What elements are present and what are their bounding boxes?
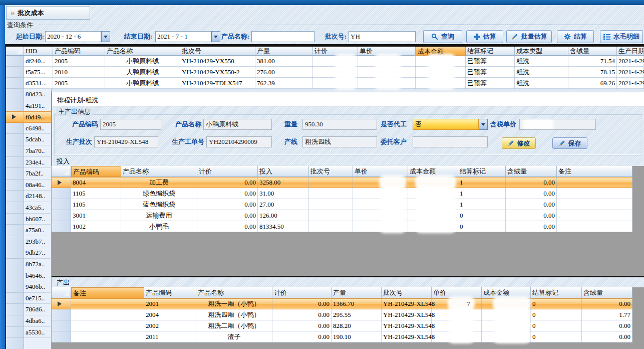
left-hid-row[interactable]: b4646.. [24,270,52,282]
column-header[interactable]: 批次号 [180,47,255,56]
prod-line-field[interactable]: 粗洗四线 [302,136,377,147]
column-header[interactable]: 含绒量 [568,47,617,56]
start-date-input[interactable] [45,31,101,42]
row-marker-cell[interactable] [6,236,24,248]
product-name-field[interactable]: 小鸭原料绒 [203,119,272,130]
left-hid-row[interactable]: 0e715.. [24,293,52,304]
column-header[interactable]: 计价 [272,287,332,298]
product-code-field[interactable]: 2005 [100,119,161,130]
row-marker-cell[interactable] [6,327,24,338]
row-marker-cell[interactable] [6,134,24,145]
left-hid-row[interactable]: 80d23.. [24,89,52,100]
row-marker-cell[interactable] [6,191,24,202]
work-order-field[interactable]: YH202104290009 [206,136,272,147]
client-field[interactable] [413,136,488,147]
select-all-header[interactable] [6,47,24,56]
column-header[interactable]: 产品编码 [144,287,196,298]
column-header[interactable]: 备注 [557,166,632,177]
batch-no-input[interactable] [349,31,416,42]
left-hid-row[interactable]: 7ba2f.. [24,168,52,180]
row-marker-cell[interactable] [6,56,24,67]
row-marker-cell[interactable] [6,111,24,123]
left-hid-row[interactable]: 4dba6.. [24,315,52,327]
row-marker-cell[interactable] [6,78,24,89]
row-marker-cell[interactable] [6,89,24,100]
row-marker-cell[interactable] [52,320,71,331]
taxed-price-field[interactable] [519,119,596,130]
row-marker-cell[interactable] [6,180,24,191]
select-all-header[interactable] [52,287,71,298]
prod-batch-field[interactable]: YH-210429-XL548 [94,136,158,147]
left-hid-row[interactable]: 7ba70.. [24,145,52,157]
outsourced-combo-button[interactable] [479,119,488,130]
column-header[interactable]: 产量 [255,47,313,56]
row-marker-cell[interactable] [6,338,24,349]
row-marker-cell[interactable] [52,199,71,210]
left-hid-row[interactable]: 08a46.. [24,180,52,191]
column-header[interactable]: 产品名称 [121,166,197,177]
column-header[interactable]: HID [24,47,53,56]
row-marker-cell[interactable] [6,100,24,112]
column-header[interactable]: 产品编码 [53,47,105,56]
row-marker-cell[interactable] [52,177,71,188]
weight-field[interactable]: 950.30 [302,119,377,130]
column-header[interactable]: 含绒量 [582,287,632,298]
product-name-input[interactable] [251,31,314,42]
row-marker-cell[interactable] [6,168,24,180]
modify-button[interactable]: 修改 [502,137,536,149]
estimate-button[interactable]: 估算 [466,30,503,43]
row-marker-cell[interactable] [6,293,24,304]
column-header[interactable]: 产品名称 [196,287,272,298]
left-hid-row[interactable]: d2148.. [24,191,52,202]
left-hid-row[interactable] [24,338,52,349]
row-marker-cell[interactable] [6,281,24,293]
row-marker-cell[interactable] [6,225,24,236]
row-marker-cell[interactable] [6,67,24,78]
left-hid-row[interactable]: 234e4.. [24,157,52,168]
row-marker-cell[interactable] [6,214,24,225]
column-header[interactable]: 结算标记 [466,47,515,56]
row-marker-cell[interactable] [52,221,71,232]
left-hid-row[interactable]: 9406b.. [24,281,52,293]
row-marker-cell[interactable] [52,309,71,320]
left-hid-row[interactable]: a5530.. [24,327,52,338]
dialog-titlebar[interactable]: 排程计划-粗洗 [52,92,644,106]
outsourced-combo[interactable]: 否 [413,119,479,130]
left-hid-row[interactable]: f0d49.. [24,111,52,123]
column-header[interactable]: 批次号 [382,287,432,298]
start-date-dropdown-button[interactable] [101,31,110,42]
row-marker-cell[interactable] [6,304,24,315]
left-hid-row[interactable]: 9db27.. [24,247,52,259]
column-header[interactable]: 投入 [258,166,309,177]
tab-batch-cost[interactable]: » 批次成本 [6,6,90,20]
left-hid-row[interactable]: 786d6.. [24,304,52,315]
row-marker-cell[interactable] [52,188,71,199]
select-all-header[interactable] [52,166,71,177]
column-header[interactable]: 生产日期 [617,47,644,56]
column-header[interactable]: 成本类型 [515,47,568,56]
row-marker-cell[interactable] [6,157,24,168]
left-hid-row[interactable]: 5dcab.. [24,134,52,145]
row-marker-cell[interactable] [52,331,71,342]
column-header[interactable]: 计价 [197,166,258,177]
batch-estimate-button[interactable]: 批量估算 [506,30,552,43]
left-hid-row[interactable]: 43ca5.. [24,202,52,214]
row-marker-cell[interactable] [6,315,24,327]
column-header[interactable]: 结算标记 [458,166,506,177]
left-hid-row[interactable]: 8b72a.. [24,259,52,270]
left-hid-row[interactable]: 4a191.. [24,100,52,112]
left-hid-row[interactable]: 293b7.. [24,236,52,248]
column-header[interactable]: 产品名称 [105,47,180,56]
row-marker-cell[interactable] [6,123,24,134]
row-marker-cell[interactable] [52,210,71,221]
row-marker-cell[interactable] [6,270,24,282]
left-hid-row[interactable]: bb607.. [24,214,52,225]
row-marker-cell[interactable] [52,298,71,309]
column-header[interactable]: 产量 [332,287,382,298]
water-down-detail-button[interactable]: 水毛明细 [600,30,643,43]
left-hid-row[interactable]: c6498.. [24,123,52,134]
column-header[interactable]: 产品编码 [71,166,121,177]
column-header[interactable]: 含绒量 [506,166,557,177]
end-date-input[interactable] [155,31,211,42]
query-button[interactable]: 查询 [423,30,462,43]
